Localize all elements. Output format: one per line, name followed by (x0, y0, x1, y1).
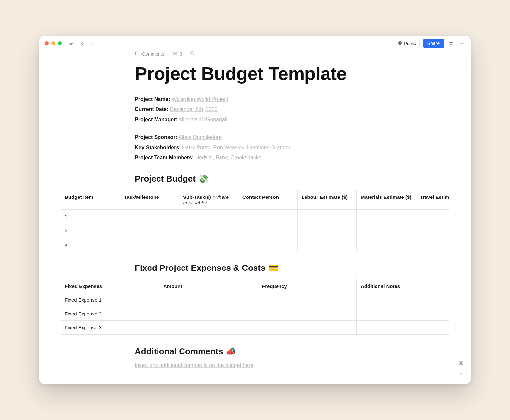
table-cell[interactable] (120, 209, 179, 223)
table-cell[interactable] (179, 237, 238, 251)
field-team-members: Project Team Members: Hedwig, Fang, Croo… (135, 154, 438, 162)
table-cell[interactable] (159, 320, 258, 334)
col-task: Task/Milestone (120, 190, 179, 209)
table-cell[interactable] (357, 237, 416, 251)
col-frequency: Frequency (258, 279, 357, 293)
table-row[interactable]: 2 (61, 223, 450, 237)
visibility-label: Public (404, 41, 416, 46)
refresh-button[interactable] (190, 51, 195, 57)
field-label: Project Name: (135, 96, 170, 102)
comments-placeholder[interactable]: Insert any additional comments on the bu… (135, 362, 438, 368)
window-controls (45, 41, 62, 45)
table-cell[interactable] (298, 209, 357, 223)
table-cell[interactable] (120, 223, 179, 237)
field-current-date: Current Date: December 6th, 2020 (135, 105, 438, 114)
table-cell[interactable] (298, 237, 357, 251)
table-cell[interactable]: Fixed Expense 2 (61, 307, 159, 320)
table-cell[interactable]: 1 (61, 209, 120, 223)
maximize-window-button[interactable] (58, 41, 62, 45)
budget-table-wrap: Budget Item Task/Milestone Sub-Task(s) (… (61, 190, 449, 251)
minimize-window-button[interactable] (51, 41, 55, 45)
table-cell[interactable] (298, 223, 357, 237)
close-window-button[interactable] (45, 41, 49, 45)
table-cell[interactable]: 3 (61, 237, 120, 251)
nav-back-icon[interactable] (78, 40, 85, 47)
svg-point-4 (174, 53, 176, 54)
visibility-public-button[interactable]: Public (394, 39, 419, 48)
section-heading-budget: Project Budget 💸 (135, 174, 438, 184)
field-value[interactable]: Minerva McGonagall (179, 117, 227, 122)
fixed-expenses-table[interactable]: Fixed Expenses Amount Frequency Addition… (61, 279, 449, 335)
table-header-row: Budget Item Task/Milestone Sub-Task(s) (… (61, 190, 450, 209)
svg-point-2 (461, 43, 462, 44)
field-label: Project Sponsor: (135, 134, 177, 140)
table-cell[interactable] (357, 223, 416, 237)
field-label: Project Team Members: (135, 155, 194, 160)
col-travel: Travel Estimate ($) (416, 190, 450, 209)
nav-forward-icon[interactable] (89, 40, 96, 47)
globe-shortcut-icon[interactable] (457, 360, 465, 367)
field-value[interactable]: Hedwig, Fang, Crookshanks (195, 155, 261, 160)
table-row[interactable]: Fixed Expense 3 (61, 320, 450, 334)
budget-table[interactable]: Budget Item Task/Milestone Sub-Task(s) (… (61, 190, 449, 251)
table-row[interactable]: 1 (61, 209, 450, 223)
eye-icon (172, 51, 178, 57)
col-budget-item: Budget Item (61, 190, 120, 209)
table-cell[interactable] (357, 209, 416, 223)
more-icon[interactable] (458, 40, 465, 47)
table-cell[interactable] (357, 293, 450, 307)
views-count: 3 (180, 51, 182, 57)
table-cell[interactable] (179, 223, 238, 237)
table-cell[interactable] (416, 223, 450, 237)
table-row[interactable]: 3 (61, 237, 450, 251)
table-row[interactable]: Fixed Expense 2 (61, 307, 450, 320)
floating-actions (457, 360, 465, 378)
field-label: Current Date: (135, 106, 168, 112)
field-value[interactable]: Harry Potter, Ron Weasley, Hermione Gran… (182, 145, 290, 150)
field-project-manager: Project Manager: Minerva McGonagall (135, 116, 438, 124)
table-cell[interactable] (416, 237, 450, 251)
section-heading-fixed: Fixed Project Expenses & Costs 💳 (135, 263, 438, 273)
table-cell[interactable] (179, 209, 238, 223)
table-cell[interactable] (258, 320, 357, 334)
section-heading-comments: Additional Comments 📣 (135, 346, 438, 357)
table-cell[interactable] (258, 293, 357, 307)
table-cell[interactable] (120, 237, 179, 251)
share-button[interactable]: Share (423, 39, 444, 48)
field-key-stakeholders: Key Stakeholders: Harry Potter, Ron Weas… (135, 144, 438, 152)
svg-point-1 (460, 43, 460, 44)
comment-icon (135, 51, 140, 57)
col-materials: Materials Estimate ($) (357, 190, 416, 209)
table-cell[interactable] (416, 209, 450, 223)
col-amount: Amount (159, 279, 258, 293)
comments-label: Comments (142, 51, 164, 57)
col-labour: Labour Estimate ($) (298, 190, 357, 209)
sidebar-toggle-icon[interactable] (68, 40, 75, 47)
comments-button[interactable]: Comments (135, 51, 164, 57)
table-cell[interactable]: 2 (61, 223, 120, 237)
app-window: Public Share Comments (39, 36, 471, 384)
col-subtask: Sub-Task(s) (Where applicable) (179, 190, 238, 209)
table-header-row: Fixed Expenses Amount Frequency Addition… (61, 279, 450, 293)
views-indicator[interactable]: 3 (172, 51, 182, 57)
table-cell[interactable]: Fixed Expense 1 (61, 293, 159, 307)
table-cell[interactable]: Fixed Expense 3 (61, 320, 159, 334)
doc-meta-row: Comments 3 (135, 51, 438, 57)
document-scroll[interactable]: Comments 3 Project Budget Template Proje… (39, 51, 471, 384)
field-value[interactable]: Wizarding World Project (172, 96, 228, 102)
field-project-name: Project Name: Wizarding World Project (135, 95, 438, 104)
table-cell[interactable] (357, 320, 450, 334)
star-icon[interactable] (448, 40, 455, 47)
table-cell[interactable] (238, 209, 298, 223)
table-cell[interactable] (357, 307, 450, 320)
table-cell[interactable] (159, 293, 258, 307)
table-cell[interactable] (238, 237, 298, 251)
table-row[interactable]: Fixed Expense 1 (61, 293, 450, 307)
table-cell[interactable] (258, 307, 357, 320)
field-value[interactable]: Albus Dumbledore (178, 134, 222, 140)
fixed-table-wrap: Fixed Expenses Amount Frequency Addition… (61, 279, 449, 335)
table-cell[interactable] (159, 307, 258, 320)
help-icon[interactable] (457, 371, 465, 378)
field-value[interactable]: December 6th, 2020 (170, 106, 218, 112)
table-cell[interactable] (238, 223, 298, 237)
